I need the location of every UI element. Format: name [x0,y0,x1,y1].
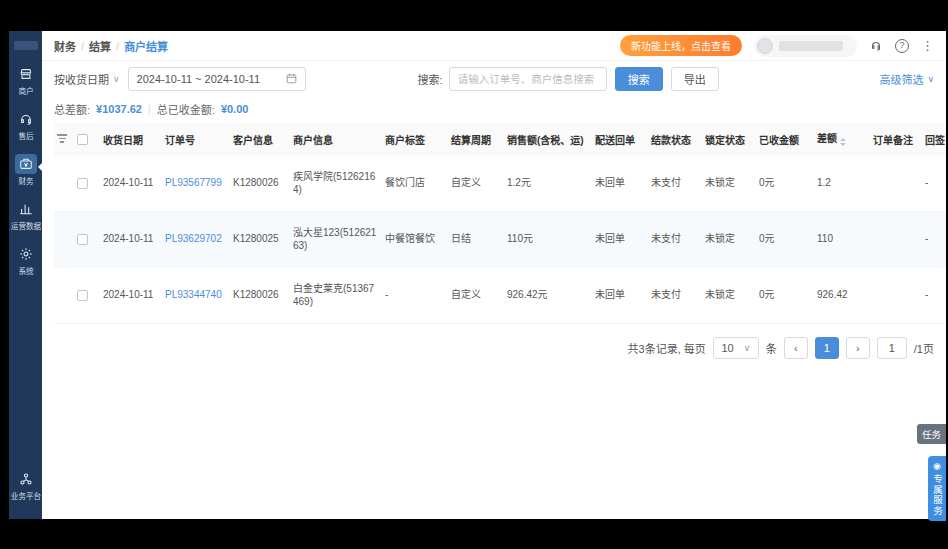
page-jump-suffix: /1页 [914,340,934,356]
cell-lock_status: 未锁定 [702,211,756,267]
column-header-receipt: 配送回单 [592,123,648,156]
sidebar-item-label: 售后 [18,130,33,140]
gear-icon [15,244,37,264]
sidebar-item-aftersale[interactable]: 售后 [9,109,42,141]
cell-order: PL93629702 [162,211,230,267]
date-type-dropdown[interactable]: 按收货日期 ∨ [54,71,120,87]
user-chip[interactable] [754,35,857,57]
column-header-diff[interactable]: 差额 [814,123,870,156]
column-header-sales: 销售额(含税、运) [504,123,592,156]
help-icon[interactable]: ? [895,39,909,53]
cell-received: 0元 [756,211,814,267]
cell-cycle: 自定义 [448,156,504,212]
search-button[interactable]: 搜索 [615,67,663,91]
table-row: 2024-10-11PL93567799K1280026疾风学院(5126216… [54,156,946,212]
cell-date: 2024-10-11 [100,267,162,323]
finance-icon [15,154,37,174]
row-checkbox[interactable] [74,267,100,323]
headset-icon [15,109,37,129]
cell-cycle: 日结 [448,211,504,267]
total-received-value: ¥0.00 [221,103,249,115]
total-diff-label: 总差额: [54,101,90,117]
sidebar-item-finance[interactable]: 财务 [9,154,42,186]
sidebar-item-label: 运营数据 [10,220,40,230]
page-jump-input[interactable] [877,337,907,359]
breadcrumb-merchant-settlement[interactable]: 商户结算 [124,38,168,54]
date-range-input[interactable]: 2024-10-11 ~ 2024-10-11 [128,67,306,91]
table-header-row: 收货日期订单号客户信息商户信息商户标签结算周期销售额(含税、运)配送回单结款状态… [54,123,946,156]
sidebar-item-label: 商户 [18,85,33,95]
column-header-pay_status: 结款状态 [648,123,702,156]
cell-customer: K1280025 [230,211,290,267]
cell-lock_status: 未锁定 [702,156,756,212]
order-link[interactable]: PL93567799 [165,177,222,188]
prev-page-button[interactable]: ‹ [784,337,808,359]
chevron-down-icon: ∨ [113,74,120,84]
cell-note [870,267,922,323]
sidebar: 商户 售后 财务 运营数据 系统 [9,31,42,519]
column-header-sign: 回签 [922,123,946,156]
column-header-received: 已收金额 [756,123,814,156]
column-settings-icon[interactable] [54,123,74,156]
total-diff-value: ¥1037.62 [96,103,142,115]
pagination-unit: 条 [766,340,777,356]
store-icon [15,64,37,84]
cell-sales: 926.42元 [504,267,592,323]
cell-diff: 1.2 [814,156,870,212]
page-size-select[interactable]: 10 ∨ [713,337,759,359]
cell-sales: 110元 [504,211,592,267]
task-floating-button[interactable]: 任务 [917,424,946,444]
cell-lock_status: 未锁定 [702,267,756,323]
platform-icon [15,469,37,489]
cell-customer: K1280026 [230,156,290,212]
sidebar-item-system[interactable]: 系统 [9,244,42,276]
cell-date: 2024-10-11 [100,211,162,267]
cell-diff: 926.42 [814,267,870,323]
bar-chart-icon [15,199,37,219]
service-label: 专属服务 [930,474,944,516]
column-header-note: 订单备注 [870,123,922,156]
sidebar-item-platform[interactable]: 业务平台 [9,469,42,501]
search-input[interactable] [449,67,607,91]
order-link[interactable]: PL93344740 [165,289,222,300]
breadcrumb-finance[interactable]: 财务 [54,38,76,54]
sort-icon[interactable] [840,135,846,149]
advanced-filter-toggle[interactable]: 高级筛选 ∨ [879,71,934,87]
cell-sign: - [922,267,946,323]
export-button[interactable]: 导出 [671,67,719,91]
cell-sales: 1.2元 [504,156,592,212]
cell-tag: - [382,267,448,323]
select-all-checkbox[interactable] [74,123,100,156]
service-icon: ◉ [932,461,942,472]
column-header-customer: 客户信息 [230,123,290,156]
service-floating-button[interactable]: ◉ 专属服务 [928,456,946,521]
cell-pay_status: 未支付 [648,267,702,323]
column-header-tag: 商户标签 [382,123,448,156]
cell-received: 0元 [756,156,814,212]
new-feature-badge[interactable]: 新功能上线，点击查看 [620,35,742,56]
more-menu-icon[interactable]: ⋮ [921,39,934,52]
chevron-down-icon: ∨ [744,343,751,353]
sidebar-item-merchant[interactable]: 商户 [9,64,42,96]
table-row: 2024-10-11PL93344740K1280026白金史莱克(513674… [54,267,946,323]
breadcrumb-settlement[interactable]: 结算 [89,38,111,54]
row-spacer [54,267,74,323]
sidebar-item-opsdata[interactable]: 运营数据 [9,199,42,231]
cell-receipt: 未回单 [592,156,648,212]
row-checkbox[interactable] [74,211,100,267]
cell-tag: 餐饮门店 [382,156,448,212]
cell-note [870,211,922,267]
order-link[interactable]: PL93629702 [165,233,222,244]
next-page-button[interactable]: › [846,337,870,359]
cell-tag: 中餐馆餐饮 [382,211,448,267]
filter-bar: 按收货日期 ∨ 2024-10-11 ~ 2024-10-11 搜索: 搜索 导… [42,61,946,97]
breadcrumb-separator: / [81,40,84,52]
service-center-icon[interactable] [869,38,883,53]
date-type-label: 按收货日期 [54,71,109,87]
chevron-down-icon: ∨ [927,74,934,84]
column-header-date: 收货日期 [100,123,162,156]
page-1-button[interactable]: 1 [815,337,839,359]
content-area: 财务 / 结算 / 商户结算 新功能上线，点击查看 ? ⋮ [42,31,946,519]
sidebar-item-label: 业务平台 [10,490,40,500]
row-checkbox[interactable] [74,156,100,212]
